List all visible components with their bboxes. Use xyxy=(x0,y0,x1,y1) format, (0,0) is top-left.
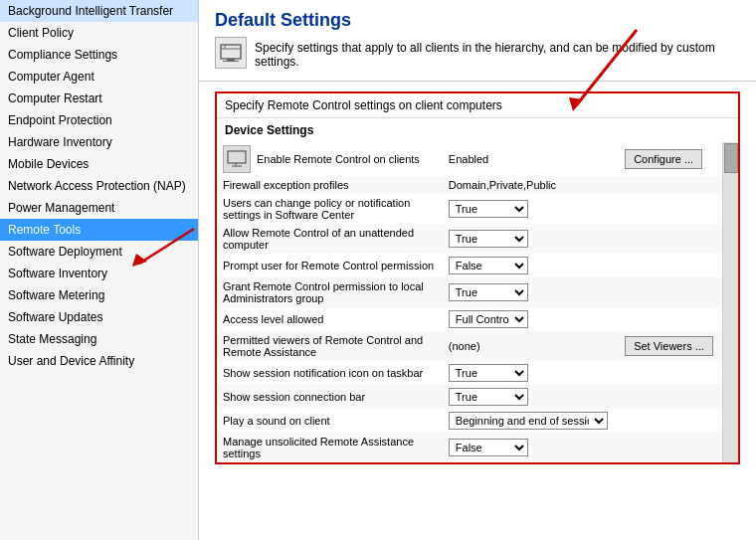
setting-value-7: (none) xyxy=(443,331,619,361)
sidebar-item-user-and-device-affinity[interactable]: User and Device Affinity xyxy=(0,350,198,372)
setting-value-2[interactable]: TrueFalse xyxy=(443,194,619,224)
setting-label-5: Grant Remote Control permission to local… xyxy=(217,277,443,307)
main-content: Default Settings Specify settings that a… xyxy=(199,0,756,540)
table-row: Firewall exception profilesDomain,Privat… xyxy=(217,176,722,194)
setting-label-7: Permitted viewers of Remote Control and … xyxy=(217,331,443,361)
setting-value-1: Domain,Private,Public xyxy=(443,176,619,194)
table-row: Prompt user for Remote Control permissio… xyxy=(217,254,722,277)
svg-rect-3 xyxy=(227,59,235,61)
sidebar-item-computer-restart[interactable]: Computer Restart xyxy=(0,88,198,109)
svg-rect-5 xyxy=(228,151,246,163)
scrollbar-thumb[interactable] xyxy=(724,143,738,173)
setting-action-9 xyxy=(619,385,722,409)
setting-select-2[interactable]: TrueFalse xyxy=(449,200,528,218)
settings-table: Enable Remote Control on clientsEnabledC… xyxy=(217,142,722,462)
setting-action-6 xyxy=(619,307,722,331)
table-row: Access level allowedFull ControlView Onl… xyxy=(217,307,722,331)
table-row: Enable Remote Control on clientsEnabledC… xyxy=(217,142,722,176)
setting-action-2 xyxy=(619,194,722,224)
setting-select-3[interactable]: TrueFalse xyxy=(449,230,528,248)
sidebar-item-hardware-inventory[interactable]: Hardware Inventory xyxy=(0,131,198,153)
sidebar-item-remote-tools[interactable]: Remote Tools xyxy=(0,219,198,241)
setting-label-9: Show session connection bar xyxy=(217,385,443,409)
setting-select-wide-10[interactable]: Beginning and end of sessionNeverAlways xyxy=(449,412,608,430)
settings-panel: Specify Remote Control settings on clien… xyxy=(215,91,740,464)
scrollbar[interactable] xyxy=(722,142,738,462)
table-row: Manage unsolicited Remote Assistance set… xyxy=(217,433,722,462)
table-row: Grant Remote Control permission to local… xyxy=(217,277,722,307)
setting-select-8[interactable]: TrueFalse xyxy=(449,364,528,382)
setting-text-value-1: Domain,Private,Public xyxy=(449,179,556,191)
table-row: Permitted viewers of Remote Control and … xyxy=(217,331,722,361)
table-row: Show session notification icon on taskba… xyxy=(217,361,722,385)
setting-value-5[interactable]: TrueFalse xyxy=(443,277,619,307)
setting-label-6: Access level allowed xyxy=(217,307,443,331)
setting-label-10: Play a sound on client xyxy=(217,409,443,433)
setting-select-5[interactable]: TrueFalse xyxy=(449,283,528,301)
setting-value-6[interactable]: Full ControlView Only xyxy=(443,307,619,331)
sidebar-item-compliance-settings[interactable]: Compliance Settings xyxy=(0,44,198,66)
sidebar-item-network-access-protection[interactable]: Network Access Protection (NAP) xyxy=(0,175,198,197)
setting-value-4[interactable]: TrueFalse xyxy=(443,254,619,277)
setting-label-4: Prompt user for Remote Control permissio… xyxy=(217,254,443,277)
setting-select-4[interactable]: TrueFalse xyxy=(449,257,528,274)
setting-text-value-0: Enabled xyxy=(449,153,488,165)
table-row: Allow Remote Control of an unattended co… xyxy=(217,224,722,254)
setting-value-11[interactable]: TrueFalse xyxy=(443,433,619,462)
sidebar-item-client-policy[interactable]: Client Policy xyxy=(0,22,198,44)
setting-action-8 xyxy=(619,361,722,385)
table-row: Play a sound on clientBeginning and end … xyxy=(217,409,722,433)
setting-label-3: Allow Remote Control of an unattended co… xyxy=(217,224,443,254)
table-row: Users can change policy or notification … xyxy=(217,194,722,224)
setting-text-value-7: (none) xyxy=(449,340,480,352)
svg-rect-4 xyxy=(223,61,239,62)
sidebar-item-software-deployment[interactable]: Software Deployment xyxy=(0,241,198,263)
setting-select-9[interactable]: TrueFalse xyxy=(449,388,528,406)
sidebar-item-computer-agent[interactable]: Computer Agent xyxy=(0,66,198,88)
main-description: Specify settings that apply to all clien… xyxy=(255,37,740,69)
header-icon xyxy=(215,37,247,69)
sidebar-item-background-intelligent-transfer[interactable]: Background Intelligent Transfer xyxy=(0,0,198,22)
setting-label-8: Show session notification icon on taskba… xyxy=(217,361,443,385)
sidebar-item-mobile-devices[interactable]: Mobile Devices xyxy=(0,153,198,175)
setting-action-10 xyxy=(619,409,722,433)
device-settings-header: Device Settings xyxy=(217,118,738,142)
sidebar: Background Intelligent TransferClient Po… xyxy=(0,0,199,540)
setting-value-10[interactable]: Beginning and end of sessionNeverAlways xyxy=(443,409,619,433)
configure-button[interactable]: Configure ... xyxy=(625,149,702,169)
setting-action-4 xyxy=(619,254,722,277)
panel-label: Specify Remote Control settings on clien… xyxy=(217,93,738,118)
setting-action-3 xyxy=(619,224,722,254)
setting-select-6[interactable]: Full ControlView Only xyxy=(449,310,528,328)
setting-label-2: Users can change policy or notification … xyxy=(217,194,443,224)
setting-label-0: Enable Remote Control on clients xyxy=(217,142,443,176)
setting-action-0: Configure ... xyxy=(619,142,722,176)
sidebar-item-software-updates[interactable]: Software Updates xyxy=(0,306,198,328)
setting-value-0: Enabled xyxy=(443,142,619,176)
setting-value-8[interactable]: TrueFalse xyxy=(443,361,619,385)
sidebar-item-software-metering[interactable]: Software Metering xyxy=(0,284,198,306)
setting-label-1: Firewall exception profiles xyxy=(217,176,443,194)
setting-action-1 xyxy=(619,176,722,194)
setting-action-7: Set Viewers ... xyxy=(619,331,722,361)
remote-control-icon xyxy=(223,145,251,173)
setting-value-9[interactable]: TrueFalse xyxy=(443,385,619,409)
sidebar-item-power-management[interactable]: Power Management xyxy=(0,197,198,219)
setting-label-text-0: Enable Remote Control on clients xyxy=(257,153,420,165)
main-header: Default Settings Specify settings that a… xyxy=(199,0,756,82)
table-row: Show session connection barTrueFalse xyxy=(217,385,722,409)
page-title: Default Settings xyxy=(215,10,740,31)
sidebar-item-state-messaging[interactable]: State Messaging xyxy=(0,328,198,350)
sidebar-item-endpoint-protection[interactable]: Endpoint Protection xyxy=(0,109,198,131)
setting-select-11[interactable]: TrueFalse xyxy=(449,439,528,456)
setting-action-11 xyxy=(619,433,722,462)
svg-rect-0 xyxy=(221,45,241,59)
sidebar-item-software-inventory[interactable]: Software Inventory xyxy=(0,263,198,284)
set-viewers-button[interactable]: Set Viewers ... xyxy=(625,336,713,356)
setting-action-5 xyxy=(619,277,722,307)
setting-value-3[interactable]: TrueFalse xyxy=(443,224,619,254)
setting-label-11: Manage unsolicited Remote Assistance set… xyxy=(217,433,443,462)
